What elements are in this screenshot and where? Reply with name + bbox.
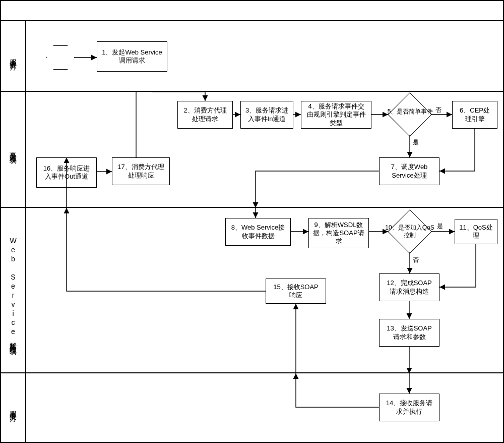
node-4: 4、服务请求事件交由规则引擎判定事件类型: [301, 101, 371, 129]
edge-5-yes: 是: [413, 138, 419, 147]
lane-consumer-label: 服务消费方: [1, 21, 26, 91]
node-1-label: 1、发起Web Service调用请求: [101, 48, 163, 65]
edge-5-no: 否: [435, 106, 442, 115]
lane-event-body: 2、消费方代理处理请求 3、服务请求进入事件In通道 4、服务请求事件交由规则引…: [26, 92, 503, 207]
node-9-label: 9、解析WSDL数据，构造SOAP请求: [313, 221, 364, 246]
lane-provider-label: 服务提供方: [1, 373, 26, 442]
start-node: [46, 45, 75, 70]
edge-10-no: 否: [413, 256, 419, 264]
node-7-label: 7、调度Web Service处理: [384, 163, 435, 180]
node-8: 8、Web Service接收事件数据: [225, 218, 291, 246]
node-2-label: 2、消费方代理处理请求: [182, 106, 228, 123]
lane-event-label: 事件处理模块: [1, 92, 26, 207]
node-13: 13、发送SOAP请求和参数: [379, 319, 439, 347]
node-17-label: 17、消费方代理处理响应: [116, 163, 165, 180]
lane-ws-label: Web Service解析与处理模块: [1, 208, 26, 372]
node-2: 2、消费方代理处理请求: [177, 101, 233, 129]
node-15: 15、接收SOAP响应: [266, 279, 326, 304]
node-17: 17、消费方代理处理响应: [112, 157, 170, 185]
node-7: 7、调度Web Service处理: [379, 157, 439, 185]
node-11-label: 11、QoS处理: [459, 224, 493, 240]
lane-provider-body: 14、接收服务请求并执行: [26, 373, 503, 442]
node-14: 14、接收服务请求并执行: [379, 394, 439, 421]
node-5-shape: [388, 92, 432, 137]
lane-consumer-body: 1、发起Web Service调用请求: [26, 21, 503, 91]
node-3-label: 3、服务请求进入事件In通道: [245, 106, 289, 123]
lane-consumer: 服务消费方 1、发起Web Service调用请求: [1, 21, 503, 92]
node-14-label: 14、接收服务请求并执行: [384, 399, 435, 416]
node-12-label: 12、完成SOAP请求消息构造: [384, 279, 435, 296]
node-9: 9、解析WSDL数据，构造SOAP请求: [308, 218, 369, 248]
node-8-label: 8、Web Service接收事件数据: [230, 224, 286, 240]
lane-provider: 服务提供方 14、接收服务请求并执行: [1, 373, 503, 443]
edge-10-yes: 是: [437, 222, 443, 231]
node-16-label: 16、服务响应进入事件Out通道: [41, 164, 92, 181]
node-16: 16、服务响应进入事件Out通道: [36, 157, 97, 188]
node-11: 11、QoS处理: [455, 219, 497, 244]
header-row: [1, 1, 503, 21]
node-4-label: 4、服务请求事件交由规则引擎判定事件类型: [305, 102, 367, 127]
node-10-shape: [388, 209, 432, 254]
node-13-label: 13、发送SOAP请求和参数: [384, 324, 435, 341]
swimlane-diagram: 服务消费方 1、发起Web Service调用请求 事件处理模块 2、消费方代理…: [0, 0, 504, 443]
lane-event: 事件处理模块 2、消费方代理处理请求 3、服务请求进入事件In通道 4、服务请求…: [1, 92, 503, 208]
lane-ws: Web Service解析与处理模块 8、Web Service接收事件数据 9…: [1, 208, 503, 373]
node-12: 12、完成SOAP请求消息构造: [379, 273, 439, 301]
node-6: 6、CEP处理引擎: [452, 101, 497, 129]
node-3: 3、服务请求进入事件In通道: [240, 101, 293, 129]
node-15-label: 15、接收SOAP响应: [270, 283, 322, 300]
node-6-label: 6、CEP处理引擎: [457, 106, 493, 123]
node-1: 1、发起Web Service调用请求: [97, 41, 167, 72]
lane-ws-body: 8、Web Service接收事件数据 9、解析WSDL数据，构造SOAP请求 …: [26, 208, 503, 372]
